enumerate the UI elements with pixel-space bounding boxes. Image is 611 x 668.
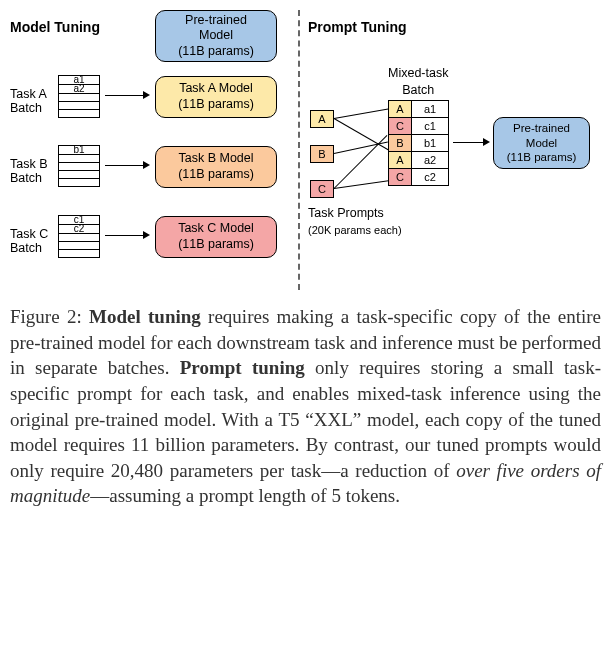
task-a-model-box: Task A Model (11B params) [155, 76, 277, 118]
task-prompts-label: Task Prompts (20K params each) [308, 205, 402, 239]
prompt-tuning-panel: Prompt Tuning Mixed-task Batch A B C Aa1… [308, 10, 588, 290]
arrow-icon [483, 138, 490, 146]
task-a-model-l2: (11B params) [156, 97, 276, 113]
task-b-batch-table: b1 [58, 145, 100, 187]
mixed-task-batch-label: Mixed-task Batch [388, 65, 448, 99]
task-b-item: b1 [59, 146, 100, 155]
task-prompts-l1: Task Prompts [308, 206, 384, 220]
pretrained-r-l1: Pre-trained [494, 121, 589, 135]
prompt-tuning-title: Prompt Tuning [308, 18, 407, 37]
mixed-row-item: c2 [412, 169, 449, 186]
mixed-row-task: B [389, 135, 412, 152]
arrow-line [105, 165, 143, 166]
prompt-chip-a: A [310, 110, 334, 128]
arrow-icon [143, 161, 150, 169]
caption-text-3: —assuming a prompt length of 5 tokens. [90, 485, 400, 506]
prompt-chip-b: B [310, 145, 334, 163]
pretrained-l2: Model [156, 28, 276, 44]
task-c-model-box: Task C Model (11B params) [155, 216, 277, 258]
task-a-batch-table: a1 a2 [58, 75, 100, 118]
arrow-line [105, 235, 143, 236]
task-c-model-l1: Task C Model [156, 221, 276, 237]
connector-line [334, 108, 388, 119]
mixed-row-item: c1 [412, 118, 449, 135]
task-c-batch-label: Task C Batch [10, 228, 48, 256]
prompt-chip-c: C [310, 180, 334, 198]
mixed-batch-table: Aa1Cc1Bb1Aa2Cc2 [388, 100, 449, 186]
task-c-batch-table: c1 c2 [58, 215, 100, 258]
task-c-model-l2: (11B params) [156, 237, 276, 253]
pretrained-model-box-right: Pre-trained Model (11B params) [493, 117, 590, 169]
arrow-icon [143, 231, 150, 239]
pretrained-r-l2: Model [494, 136, 589, 150]
mixed-row-task: C [389, 169, 412, 186]
pretrained-model-box-left: Pre-trained Model (11B params) [155, 10, 277, 62]
mixed-row-task: A [389, 152, 412, 169]
caption-bold-model-tuning: Model tuning [89, 306, 201, 327]
arrow-icon [143, 91, 150, 99]
task-a-item: a2 [59, 85, 100, 94]
mixed-row-task: C [389, 118, 412, 135]
figure-caption: Figure 2: Model tuning requires making a… [10, 304, 601, 509]
task-a-model-l1: Task A Model [156, 81, 276, 97]
connector-line [334, 180, 389, 189]
caption-bold-prompt-tuning: Prompt tuning [180, 357, 305, 378]
mixed-row-item: b1 [412, 135, 449, 152]
pretrained-r-l3: (11B params) [494, 150, 589, 164]
mixed-row-item: a1 [412, 101, 449, 118]
pretrained-l1: Pre-trained [156, 13, 276, 29]
task-a-batch-label: Task A Batch [10, 88, 47, 116]
model-tuning-title: Model Tuning [10, 18, 100, 37]
connector-line [334, 142, 388, 154]
task-c-item: c2 [59, 225, 100, 234]
figure-2: Model Tuning Pre-trained Model (11B para… [10, 10, 601, 290]
task-b-model-box: Task B Model (11B params) [155, 146, 277, 188]
panel-divider [298, 10, 300, 290]
task-b-model-l2: (11B params) [156, 167, 276, 183]
arrow-line [453, 142, 483, 143]
arrow-line [105, 95, 143, 96]
pretrained-l3: (11B params) [156, 44, 276, 60]
task-b-model-l1: Task B Model [156, 151, 276, 167]
task-prompts-l2: (20K params each) [308, 224, 402, 236]
task-b-batch-label: Task B Batch [10, 158, 48, 186]
mixed-row-task: A [389, 101, 412, 118]
caption-fignum: Figure 2: [10, 306, 82, 327]
model-tuning-panel: Model Tuning Pre-trained Model (11B para… [10, 10, 290, 290]
mixed-row-item: a2 [412, 152, 449, 169]
